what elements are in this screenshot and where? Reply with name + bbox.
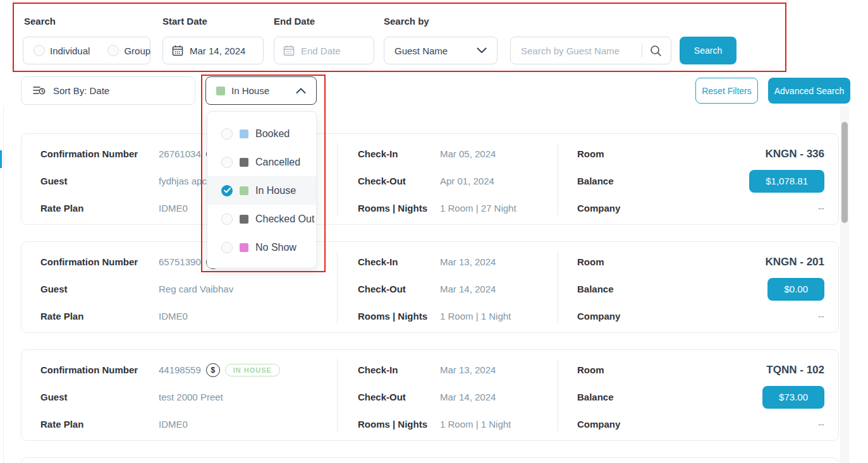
end-date-label: End Date (274, 16, 315, 27)
status-color-swatch (240, 186, 248, 195)
status-color-swatch (240, 243, 248, 252)
company-label: Company (577, 418, 620, 431)
company-value: -- (818, 310, 824, 323)
calendar-icon (172, 45, 183, 56)
sort-by-button[interactable]: Sort By: Date (21, 76, 195, 105)
reservation-card[interactable]: Confirmation Number 65751390 $ Guest Reg… (21, 241, 839, 333)
group-radio[interactable] (107, 45, 119, 56)
room-value: KNGN - 336 (765, 148, 824, 160)
status-option-checked-out[interactable]: Checked Out (207, 205, 316, 233)
card-divider (337, 143, 338, 215)
status-option-label: No Show (255, 242, 296, 253)
radio-checked-icon (221, 185, 233, 196)
room-label: Room (577, 148, 604, 160)
search-icon[interactable] (650, 45, 662, 57)
confirmation-number-row: 44198559 $ IN HOUSE (159, 362, 280, 378)
company-label: Company (577, 310, 620, 323)
balance-badge[interactable]: $73.00 (762, 386, 824, 409)
check-out-label: Check-Out (358, 283, 406, 296)
search-by-label: Search by (384, 16, 429, 27)
dollar-icon[interactable]: $ (206, 363, 220, 377)
input-divider (642, 44, 642, 57)
guest-label: Guest (40, 283, 68, 296)
check-in-value: Mar 13, 2024 (440, 364, 496, 376)
status-filter-dropdown-button[interactable]: In House (205, 76, 317, 105)
rooms-nights-value: 1 Room | 1 Night (440, 418, 511, 431)
rooms-nights-value: 1 Room | 27 Night (440, 202, 517, 215)
status-option-booked[interactable]: Booked (207, 119, 316, 148)
status-dropdown-panel: Booked Cancelled In House Checked Out No… (207, 111, 317, 268)
status-option-label: Booked (255, 128, 290, 140)
card-divider (558, 143, 558, 215)
card-divider (558, 359, 558, 431)
reset-filters-button[interactable]: Reset Filters (695, 78, 758, 104)
sort-icon (33, 85, 46, 97)
status-option-label: Checked Out (255, 213, 314, 225)
reservation-card[interactable]: Confirmation Number 44198559 $ IN HOUSE … (21, 349, 839, 441)
rate-plan-label: Rate Plan (40, 202, 83, 215)
balance-badge[interactable]: $0.00 (767, 278, 824, 301)
rooms-nights-value: 1 Room | 1 Night (440, 310, 511, 323)
check-in-label: Check-In (358, 256, 398, 268)
guest-search-placeholder: Search by Guest Name (521, 45, 638, 56)
end-date-placeholder: End Date (301, 45, 341, 56)
card-divider (337, 359, 338, 431)
status-color-swatch (240, 158, 248, 167)
radio-unchecked-icon (221, 128, 233, 140)
rooms-nights-label: Rooms | Nights (358, 202, 427, 215)
room-label: Room (577, 256, 604, 268)
chevron-up-icon (296, 88, 306, 94)
status-option-in-house[interactable]: In House (207, 176, 316, 205)
rate-plan-value: IDME0 (159, 418, 188, 431)
guest-value: fydhjas apcp (159, 175, 212, 188)
check-in-value: Mar 13, 2024 (440, 256, 496, 268)
balance-label: Balance (577, 391, 614, 404)
check-out-value: Mar 14, 2024 (440, 391, 496, 404)
room-label: Room (577, 364, 604, 376)
room-value: KNGN - 201 (765, 256, 824, 268)
start-date-value: Mar 14, 2024 (190, 45, 245, 56)
check-out-value: Apr 01, 2024 (440, 175, 494, 188)
card-divider (558, 251, 558, 323)
individual-radio[interactable] (34, 45, 45, 56)
room-value: TQNN - 102 (766, 364, 824, 376)
rate-plan-value: IDME0 (159, 310, 188, 323)
status-color-swatch (240, 215, 248, 224)
search-by-select[interactable]: Guest Name (384, 37, 498, 64)
search-by-value: Guest Name (394, 45, 448, 56)
rooms-nights-label: Rooms | Nights (358, 418, 427, 431)
confirmation-number-value: 65751390 (159, 256, 201, 268)
status-option-label: In House (255, 185, 296, 196)
reservation-card[interactable]: Confirmation Number 26761034 $ Guest fyd… (21, 133, 839, 225)
company-value: -- (818, 202, 824, 215)
start-date-field[interactable]: Mar 14, 2024 (162, 37, 264, 64)
search-button[interactable]: Search (680, 37, 737, 64)
balance-badge[interactable]: $1,078.81 (749, 170, 824, 193)
balance-label: Balance (577, 283, 614, 296)
confirmation-number-value: 44198559 (159, 364, 201, 376)
reservation-card-partial[interactable] (21, 457, 839, 463)
radio-unchecked-icon (221, 242, 233, 253)
status-option-no-show[interactable]: No Show (207, 233, 316, 262)
radio-unchecked-icon (221, 213, 233, 225)
scrollbar-thumb[interactable] (841, 122, 848, 223)
rate-plan-label: Rate Plan (40, 310, 83, 323)
rate-plan-label: Rate Plan (40, 418, 83, 431)
reservation-search-screen: Search Start Date End Date Search by Ind… (0, 0, 868, 463)
left-scroll-indicator (0, 150, 2, 168)
status-filter-value: In House (231, 85, 290, 96)
radio-unchecked-icon (221, 157, 233, 168)
advanced-search-button[interactable]: Advanced Search (768, 78, 850, 104)
end-date-field[interactable]: End Date (274, 37, 374, 64)
check-in-value: Mar 05, 2024 (440, 148, 496, 160)
status-option-cancelled[interactable]: Cancelled (207, 148, 316, 176)
check-in-label: Check-In (358, 148, 398, 160)
confirmation-number-label: Confirmation Number (40, 148, 138, 160)
rate-plan-value: IDME0 (159, 202, 188, 215)
calendar-icon (283, 45, 295, 56)
guest-value: test 2000 Preet (159, 391, 223, 404)
status-badge: IN HOUSE (225, 364, 280, 376)
guest-search-field[interactable]: Search by Guest Name (510, 37, 671, 64)
confirmation-number-label: Confirmation Number (40, 364, 138, 376)
status-color-swatch (216, 87, 225, 95)
